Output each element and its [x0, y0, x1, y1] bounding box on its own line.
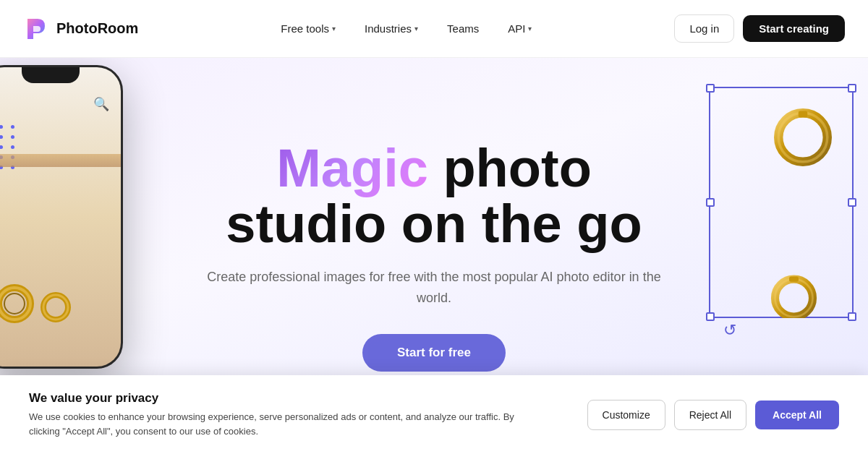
hero-title: Magic photostudio on the go [203, 140, 665, 252]
cookie-title: We value your privacy [29, 391, 521, 406]
cookie-actions: Customize Reject All Accept All [587, 400, 839, 430]
dot [0, 125, 3, 129]
logo-text: PhotoRoom [56, 20, 138, 37]
handle-middle-left [706, 198, 715, 207]
navbar: PhotoRoom Free tools ▾ Industries ▾ Team… [0, 0, 868, 58]
reject-all-button[interactable]: Reject All [674, 400, 746, 430]
phone-notch [22, 67, 80, 83]
right-earring-large [774, 108, 832, 166]
svg-rect-10 [789, 276, 799, 281]
phone-screen: 🔍 [0, 67, 121, 367]
handle-middle-right [848, 198, 856, 207]
handle-bottom-right [848, 312, 856, 321]
hero-cta-button[interactable]: Start for free [362, 334, 506, 372]
shelf-decoration [0, 154, 121, 167]
phone-earrings [0, 284, 72, 323]
nav-industries[interactable]: Industries ▾ [353, 17, 430, 40]
hero-title-magic: Magic [276, 138, 428, 198]
start-creating-button[interactable]: Start creating [743, 15, 845, 42]
handle-top-left [706, 84, 715, 93]
dot [11, 135, 14, 139]
earring-gold-1 [0, 284, 34, 323]
dot [11, 145, 14, 149]
chevron-down-icon: ▾ [528, 25, 532, 33]
cookie-text-block: We value your privacy We use cookies to … [29, 391, 521, 438]
dot [0, 135, 3, 139]
right-earring-small [770, 271, 817, 318]
nav-links: Free tools ▾ Industries ▾ Teams API ▾ [269, 17, 543, 40]
handle-top-right [848, 84, 856, 93]
svg-rect-7 [799, 111, 807, 118]
nav-actions: Log in Start creating [674, 14, 845, 43]
phone-body: 🔍 [0, 65, 123, 369]
logo[interactable]: PhotoRoom [23, 16, 138, 42]
svg-point-4 [43, 295, 68, 320]
logo-icon [23, 16, 49, 42]
chevron-down-icon: ▾ [332, 25, 336, 33]
dot [0, 145, 3, 149]
svg-point-9 [775, 279, 813, 317]
nav-api[interactable]: API ▾ [496, 17, 543, 40]
nav-free-tools[interactable]: Free tools ▾ [269, 17, 347, 40]
handle-bottom-left [706, 312, 715, 321]
svg-point-6 [778, 113, 827, 162]
right-jewelry-section: ↺ [694, 87, 868, 361]
rotate-icon: ↺ [723, 321, 736, 340]
cookie-banner: We value your privacy We use cookies to … [0, 375, 868, 454]
search-icon: 🔍 [93, 96, 109, 112]
nav-teams[interactable]: Teams [435, 17, 490, 40]
chevron-down-icon: ▾ [414, 25, 418, 33]
hero-content: Magic photostudio on the go Create profe… [203, 140, 665, 372]
customize-button[interactable]: Customize [587, 400, 665, 430]
svg-point-2 [4, 294, 25, 314]
login-button[interactable]: Log in [674, 14, 734, 43]
hero-subtitle: Create professional images for free with… [203, 267, 665, 309]
cookie-description: We use cookies to enhance your browsing … [29, 410, 521, 438]
phone-mockup: 🔍 [0, 65, 137, 383]
accept-all-button[interactable]: Accept All [755, 401, 839, 429]
dot [11, 125, 14, 129]
earring-gold-2 [40, 291, 72, 323]
